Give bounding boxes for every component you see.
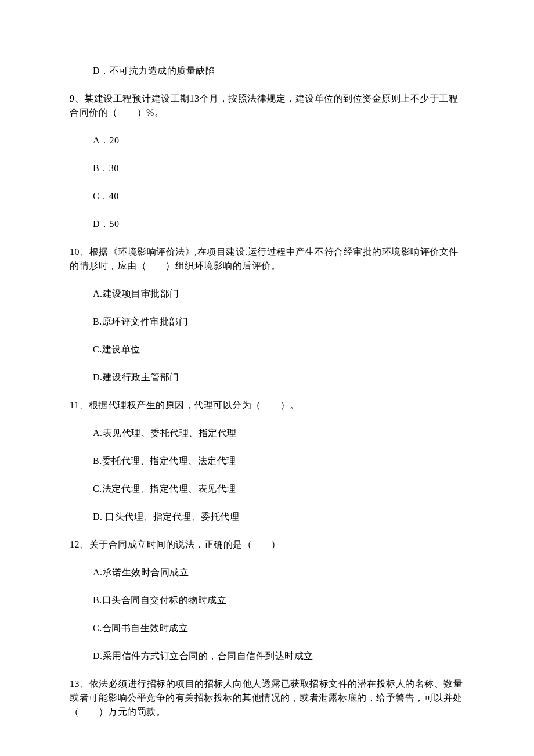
q8-option-d: D．不可抗力造成的质量缺陷 bbox=[70, 64, 464, 78]
q10-option-b: B.原环评文件审批部门 bbox=[70, 315, 464, 329]
q11-option-b: B.委托代理、指定代理、法定代理 bbox=[70, 454, 464, 468]
q12-option-c: C.合同书自生效时成立 bbox=[70, 621, 464, 635]
q13-text: 13、依法必须进行招标的项目的招标人向他人透露已获取招标文件的潜在投标人的名称、… bbox=[70, 677, 464, 719]
q9-option-b: B．30 bbox=[70, 161, 464, 175]
q12-text: 12、关于合同成立时间的说法，正确的是（ ） bbox=[70, 538, 464, 552]
q10-option-d: D.建设行政主管部门 bbox=[70, 370, 464, 384]
q11-option-a: A.表见代理、委托代理、指定代理 bbox=[70, 426, 464, 440]
q9-option-d: D．50 bbox=[70, 217, 464, 231]
q11-text: 11、根据代理权产生的原因，代理可以分为（ ）。 bbox=[70, 398, 464, 412]
q11-option-c: C.法定代理、指定代理、表见代理 bbox=[70, 482, 464, 496]
q9-option-a: A．20 bbox=[70, 134, 464, 147]
q12-option-d: D.采用信件方式订立合同的，合同自信件到达时成立 bbox=[70, 649, 464, 663]
q12-option-a: A.承诺生效时合同成立 bbox=[70, 566, 464, 579]
q12-option-b: B.口头合同自交付标的物时成立 bbox=[70, 593, 464, 607]
q10-option-a: A.建设项目审批部门 bbox=[70, 287, 464, 301]
q9-option-c: C．40 bbox=[70, 189, 464, 203]
q11-option-d: D. 口头代理、指定代理、委托代理 bbox=[70, 510, 464, 524]
q10-text: 10、根据《环境影响评价法》,在项目建设.运行过程中产生不符合经审批的环境影响评… bbox=[70, 245, 464, 273]
q10-option-c: C.建设单位 bbox=[70, 343, 464, 357]
q9-text: 9、某建设工程预计建设工期13个月，按照法律规定，建设单位的到位资金原则上不少于… bbox=[70, 92, 464, 120]
